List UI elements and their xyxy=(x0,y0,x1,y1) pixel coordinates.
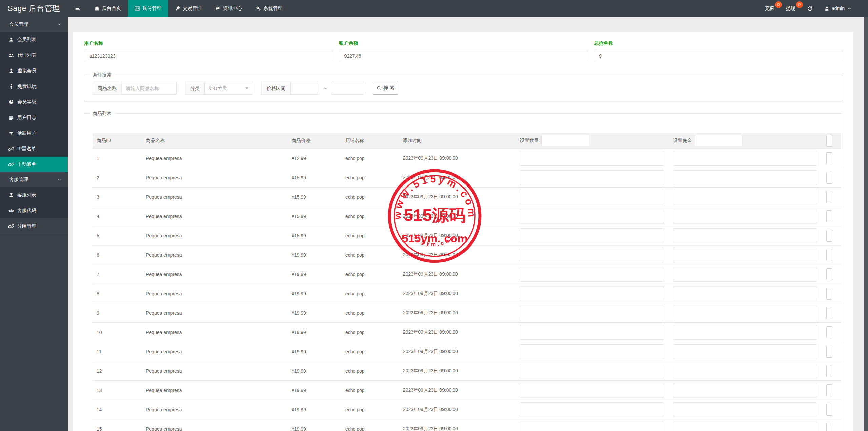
sidebar-item-free-trial[interactable]: 免费试玩 xyxy=(0,79,68,94)
nav-tab-trade[interactable]: 交易管理 xyxy=(168,0,209,17)
cell-shop-name: echo pop xyxy=(341,265,399,284)
quantity-input[interactable] xyxy=(520,267,664,282)
commission-input[interactable] xyxy=(673,344,817,359)
row-checkbox[interactable] xyxy=(826,288,832,300)
row-checkbox[interactable] xyxy=(826,210,832,222)
commission-input[interactable] xyxy=(673,170,817,185)
row-checkbox[interactable] xyxy=(826,404,832,416)
commission-input[interactable] xyxy=(673,402,817,417)
category-select[interactable]: 所有分类 xyxy=(204,82,253,95)
nav-tab-home[interactable]: 后台首页 xyxy=(87,0,128,17)
sidebar-item-label: 免费试玩 xyxy=(17,83,36,90)
set-quantity-all-input[interactable] xyxy=(541,135,589,146)
sidebar-item-member-list[interactable]: 会员列表 xyxy=(0,32,68,47)
field-input-username[interactable] xyxy=(84,50,332,62)
page-scrollbar[interactable] xyxy=(864,17,868,431)
sidebar-item-ip-blacklist[interactable]: IP黑名单 xyxy=(0,141,68,157)
row-checkbox[interactable] xyxy=(826,152,832,164)
sidebar-item-active-users[interactable]: 活跃用户 xyxy=(0,125,68,141)
sidebar-item-user-logs[interactable]: 用户日志 xyxy=(0,110,68,125)
quantity-input[interactable] xyxy=(520,248,664,262)
commission-input[interactable] xyxy=(673,286,817,301)
quantity-input[interactable] xyxy=(520,344,664,359)
row-checkbox[interactable] xyxy=(826,423,832,431)
row-checkbox[interactable] xyxy=(826,230,832,242)
row-checkbox[interactable] xyxy=(826,172,832,184)
row-checkbox[interactable] xyxy=(826,326,832,338)
price-max-input[interactable] xyxy=(331,82,364,95)
commission-input[interactable] xyxy=(673,228,817,243)
cell-shop-name: echo pop xyxy=(341,168,399,187)
row-checkbox[interactable] xyxy=(826,384,832,396)
commission-input[interactable] xyxy=(673,325,817,340)
nav-tab-system[interactable]: 系统管理 xyxy=(249,0,289,17)
sidebar-item-manual-dispatch[interactable]: 手动派单 xyxy=(0,157,68,172)
quantity-input[interactable] xyxy=(520,286,664,301)
set-commission-all-input[interactable] xyxy=(695,135,742,146)
sidebar-item-group-manage[interactable]: 分组管理 xyxy=(0,218,68,234)
row-checkbox[interactable] xyxy=(826,249,832,261)
withdraw-link[interactable]: 提现 0 xyxy=(786,5,795,12)
quantity-input[interactable] xyxy=(520,170,664,185)
quantity-input[interactable] xyxy=(520,306,664,320)
sidebar-item-virtual-member[interactable]: 虚拟会员 xyxy=(0,63,68,79)
field-input-orders[interactable] xyxy=(594,50,842,62)
commission-input[interactable] xyxy=(673,364,817,378)
nav-tab-account[interactable]: 账号管理 xyxy=(128,0,168,17)
cell-product-name: Pequea empresa xyxy=(142,380,288,400)
cell-product-name: Pequea empresa xyxy=(142,361,288,380)
quantity-input[interactable] xyxy=(520,325,664,340)
quantity-input[interactable] xyxy=(520,151,664,166)
cell-product-name: Pequea empresa xyxy=(142,207,288,226)
sidebar-item-agent-list[interactable]: 代理列表 xyxy=(0,47,68,63)
commission-input[interactable] xyxy=(673,306,817,320)
quantity-input[interactable] xyxy=(520,383,664,398)
quantity-input[interactable] xyxy=(520,402,664,417)
cell-shop-name: echo pop xyxy=(341,245,399,265)
recharge-link[interactable]: 充值 0 xyxy=(765,5,774,12)
quantity-input[interactable] xyxy=(520,190,664,204)
field-input-balance[interactable] xyxy=(339,50,587,62)
commission-input[interactable] xyxy=(673,267,817,282)
row-checkbox[interactable] xyxy=(826,268,832,280)
commission-input[interactable] xyxy=(673,422,817,431)
row-checkbox[interactable] xyxy=(826,191,832,203)
row-checkbox[interactable] xyxy=(826,307,832,319)
cell-set-commission xyxy=(669,361,822,380)
commission-input[interactable] xyxy=(673,383,817,398)
commission-input[interactable] xyxy=(673,190,817,204)
row-checkbox[interactable] xyxy=(826,365,832,377)
quantity-input[interactable] xyxy=(520,364,664,378)
product-name-input[interactable] xyxy=(121,82,177,95)
commission-input[interactable] xyxy=(673,151,817,166)
sidebar-section-member-manage[interactable]: 会员管理 xyxy=(0,17,68,32)
sidebar-item-service-list[interactable]: 客服列表 xyxy=(0,187,68,203)
field-orders: 总抢单数 xyxy=(594,40,842,62)
price-min-input[interactable] xyxy=(290,82,319,95)
commission-input[interactable] xyxy=(673,248,817,262)
cell-set-commission xyxy=(669,149,822,168)
cell-add-time: 2023年09月23日 09:00:00 xyxy=(399,187,516,207)
content-card: 用户名称账户余额总抢单数 条件搜索 商品名称 分类 所有分类 价格区间 ~ xyxy=(73,32,853,431)
refresh-icon[interactable] xyxy=(807,6,813,12)
quantity-input[interactable] xyxy=(520,209,664,224)
cell-product-name: Pequea empresa xyxy=(142,187,288,207)
quantity-input[interactable] xyxy=(520,228,664,243)
search-row: 商品名称 分类 所有分类 价格区间 ~ 搜 索 xyxy=(93,82,834,95)
user-menu[interactable]: admin xyxy=(824,6,852,11)
cell-product-id: 13 xyxy=(93,380,142,400)
search-button[interactable]: 搜 索 xyxy=(373,82,398,95)
select-all-checkbox[interactable] xyxy=(826,135,832,147)
sidebar-item-label: 虚拟会员 xyxy=(17,68,36,74)
row-checkbox[interactable] xyxy=(826,346,832,358)
nav-tab-news[interactable]: 资讯中心 xyxy=(209,0,249,17)
header-product-id: 商品ID xyxy=(93,133,142,149)
quantity-input[interactable] xyxy=(520,422,664,431)
hamburger-icon[interactable] xyxy=(68,0,87,17)
table-row: 9Pequea empresa¥19.99echo pop2023年09月23日… xyxy=(93,303,841,322)
commission-input[interactable] xyxy=(673,209,817,224)
sidebar-item-service-code[interactable]: </>客服代码 xyxy=(0,203,68,218)
sidebar-item-member-level[interactable]: 会员等级 xyxy=(0,94,68,110)
sidebar-section-service-manage[interactable]: 客服管理 xyxy=(0,172,68,187)
withdraw-label: 提现 xyxy=(786,5,795,12)
